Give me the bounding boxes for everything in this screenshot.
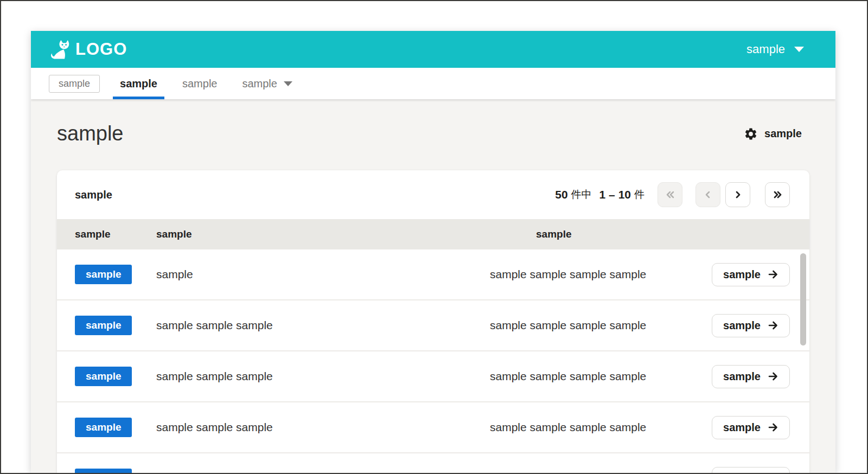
action-cell: sample	[712, 416, 790, 439]
prev-page-button[interactable]	[695, 182, 720, 207]
chevron-right-icon	[733, 190, 742, 199]
description-cell: sample sample sample sample	[490, 370, 701, 383]
page-title: sample	[57, 122, 124, 145]
row-detail-button[interactable]: sample	[712, 263, 790, 286]
pagination: 50 件中 1 – 10 件	[555, 182, 790, 207]
table-scrollbar-thumb[interactable]	[800, 253, 806, 345]
status-badge: sample	[75, 367, 132, 386]
row-detail-label: sample	[723, 421, 761, 434]
table-body: sample sample sample sample sample sampl…	[57, 249, 809, 473]
action-cell: sample	[712, 467, 790, 473]
app-window: LOGO sample sample sample sample sample …	[31, 31, 835, 473]
name-cell: sample sample sample	[156, 370, 490, 383]
last-page-button[interactable]	[765, 182, 790, 207]
row-detail-label: sample	[723, 319, 761, 332]
status-cell: sample	[75, 367, 156, 386]
caret-down-icon	[794, 47, 804, 52]
status-cell: sample	[75, 265, 156, 284]
column-header-description: sample	[490, 228, 701, 240]
status-cell: sample	[75, 469, 156, 473]
tab-1-active[interactable]: sample	[113, 68, 164, 99]
action-cell: sample	[712, 365, 790, 388]
table-row: sample sample sample sample sample sampl…	[57, 351, 809, 402]
table-row: sample sample sample sample sample sampl…	[57, 453, 809, 473]
table-row: sample sample sample sample sample sampl…	[57, 249, 809, 300]
chevron-left-icon	[704, 190, 712, 199]
logo-text: LOGO	[75, 40, 127, 59]
user-menu-label: sample	[746, 42, 785, 56]
action-cell: sample	[712, 263, 790, 286]
tab-bar: sample sample sample sample	[31, 68, 835, 99]
status-cell: sample	[75, 418, 156, 437]
arrow-right-icon	[768, 422, 778, 433]
tab-3-dropdown[interactable]: sample	[235, 68, 299, 99]
name-cell: sample sample sample	[156, 319, 490, 332]
chevrons-left-icon	[665, 190, 675, 199]
column-header-name: sample	[156, 228, 490, 240]
name-cell: sample sample sample	[156, 472, 490, 473]
arrow-right-icon	[768, 371, 778, 382]
status-badge: sample	[75, 418, 132, 437]
column-header-status: sample	[75, 228, 156, 240]
name-cell: sample	[156, 268, 490, 281]
tab-3-label: sample	[242, 78, 277, 90]
tab-2[interactable]: sample	[175, 68, 224, 99]
row-detail-label: sample	[723, 370, 761, 383]
description-cell: sample sample sample sample	[490, 472, 701, 473]
gear-icon	[744, 127, 758, 141]
cat-icon	[49, 39, 69, 60]
card-header: sample 50 件中 1 – 10 件	[57, 170, 809, 219]
page-content: sample sample sample 50 件中 1 – 10	[31, 99, 835, 473]
card-title: sample	[75, 189, 112, 201]
status-badge: sample	[75, 316, 132, 335]
user-menu[interactable]: sample	[746, 42, 804, 56]
name-cell: sample sample sample	[156, 421, 490, 434]
first-page-button[interactable]	[658, 182, 682, 207]
row-detail-button[interactable]: sample	[712, 467, 790, 473]
description-cell: sample sample sample sample	[490, 268, 701, 281]
arrow-right-icon	[768, 269, 778, 280]
status-cell: sample	[75, 316, 156, 335]
caret-down-icon	[284, 81, 292, 86]
row-detail-label: sample	[723, 268, 761, 281]
back-button[interactable]: sample	[49, 75, 100, 93]
logo[interactable]: LOGO	[49, 39, 127, 60]
screenshot-frame: { "colors": { "brand_teal": "#14bfc5", "…	[0, 0, 868, 474]
description-cell: sample sample sample sample	[490, 319, 701, 332]
pagination-summary: 50 件中 1 – 10 件	[555, 188, 644, 202]
table-row: sample sample sample sample sample sampl…	[57, 300, 809, 351]
pagination-total-unit: 件中	[571, 188, 592, 202]
next-page-button[interactable]	[725, 182, 750, 207]
status-badge: sample	[75, 469, 132, 473]
settings-link[interactable]: sample	[744, 127, 802, 141]
row-detail-button[interactable]: sample	[712, 314, 790, 337]
action-cell: sample	[712, 314, 790, 337]
app-header: LOGO sample	[31, 31, 835, 68]
pagination-range: 1 – 10	[599, 188, 631, 201]
pagination-total: 50	[555, 188, 567, 201]
row-detail-button[interactable]: sample	[712, 416, 790, 439]
status-badge: sample	[75, 265, 132, 284]
description-cell: sample sample sample sample	[490, 421, 701, 434]
title-row: sample sample	[57, 122, 809, 145]
pagination-range-unit: 件	[634, 188, 644, 202]
chevrons-right-icon	[773, 190, 783, 199]
list-card: sample 50 件中 1 – 10 件	[57, 170, 809, 473]
row-detail-button[interactable]: sample	[712, 365, 790, 388]
table-header-row: sample sample sample	[57, 219, 809, 249]
arrow-right-icon	[768, 320, 778, 331]
table-row: sample sample sample sample sample sampl…	[57, 402, 809, 453]
row-detail-label: sample	[723, 472, 761, 473]
settings-label: sample	[764, 127, 802, 140]
